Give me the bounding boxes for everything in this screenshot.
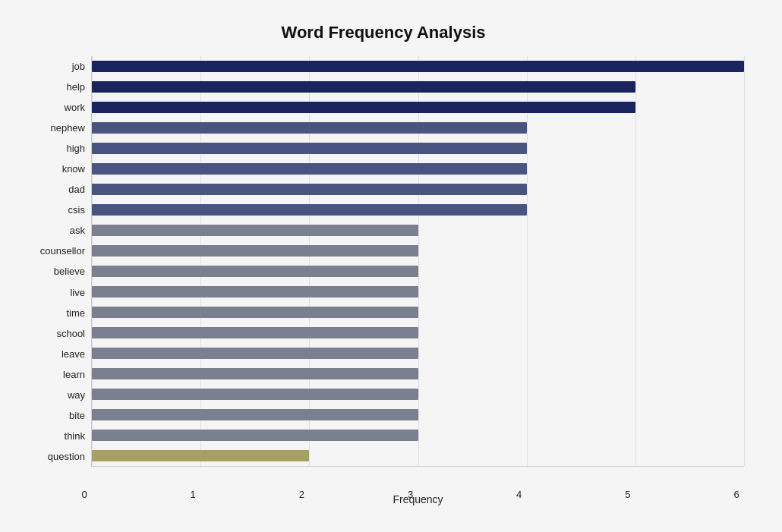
bar [92, 61, 744, 73]
bar [92, 184, 527, 196]
chart-area: jobhelpworknephewhighknowdadcsisaskcouns… [23, 56, 744, 467]
chart-title: Word Frequency Analysis [23, 23, 744, 42]
bar [92, 327, 418, 339]
y-label: nephew [50, 123, 85, 133]
bar [92, 450, 309, 462]
bars-area: 0123456 Frequency [91, 56, 744, 467]
bar-row [92, 220, 744, 241]
bar-row [92, 343, 744, 364]
bar-row [92, 323, 744, 343]
grid-line [744, 56, 745, 466]
y-label: high [66, 143, 85, 153]
chart-container: Word Frequency Analysis jobhelpworknephe… [8, 8, 774, 524]
bar [92, 102, 635, 114]
bar [92, 368, 418, 380]
bar-row [92, 138, 744, 159]
y-label: learn [63, 370, 85, 379]
y-label: know [62, 164, 85, 174]
bar [92, 143, 527, 155]
y-label: believe [54, 266, 85, 276]
y-label: work [65, 102, 85, 112]
bar-row [92, 425, 744, 445]
y-label: csis [68, 205, 85, 215]
y-label: dad [68, 184, 85, 194]
y-labels: jobhelpworknephewhighknowdadcsisaskcouns… [23, 56, 91, 467]
bar [92, 348, 418, 360]
bar [92, 163, 527, 175]
bar-row [92, 405, 744, 425]
bar-row [92, 97, 744, 118]
bar-row [92, 118, 744, 138]
bar-row [92, 364, 744, 384]
bar-row [92, 159, 744, 179]
y-label: help [66, 82, 85, 92]
bar [92, 307, 418, 319]
y-label: time [66, 308, 85, 318]
bar [92, 245, 418, 257]
bar-row [92, 302, 744, 323]
y-label: job [72, 61, 85, 71]
bar-row [92, 445, 744, 466]
bar [92, 430, 418, 442]
bar [92, 204, 527, 216]
bar [92, 122, 527, 134]
y-label: counsellor [40, 246, 85, 256]
bar-row [92, 384, 744, 405]
bar-row [92, 77, 744, 97]
bar-row [92, 200, 744, 220]
bar-row [92, 241, 744, 261]
y-label: live [70, 288, 85, 297]
bar [92, 266, 418, 278]
y-label: school [56, 329, 85, 338]
x-axis-title: Frequency [92, 493, 744, 505]
y-label: bite [69, 411, 85, 420]
bar [92, 286, 418, 298]
bar [92, 389, 418, 401]
bar [92, 81, 635, 93]
y-label: ask [70, 225, 85, 235]
x-tick-label: 0 [77, 489, 92, 500]
bar-row [92, 282, 744, 302]
y-label: way [68, 390, 85, 400]
bar-row [92, 56, 744, 77]
bar-row [92, 261, 744, 282]
y-label: think [65, 431, 85, 441]
y-label: leave [61, 349, 85, 359]
bar [92, 409, 418, 421]
y-label: question [48, 452, 85, 461]
bar-row [92, 179, 744, 200]
bar [92, 225, 418, 237]
